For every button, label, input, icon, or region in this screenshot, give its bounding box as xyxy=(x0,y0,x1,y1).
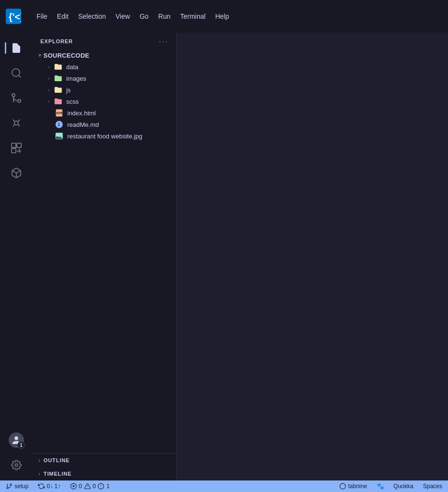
titlebar: {'<}'} File Edit Selection View Go Run T… xyxy=(0,0,448,33)
svg-point-6 xyxy=(14,121,18,125)
file-html-icon: HTML xyxy=(55,109,64,117)
avatar-badge: 1 xyxy=(17,441,25,449)
status-quokka[interactable]: Quokka xyxy=(392,480,415,492)
status-spaces[interactable]: Spaces xyxy=(421,480,444,492)
svg-rect-8 xyxy=(17,143,21,148)
folder-scss-chevron-icon: › xyxy=(48,98,50,104)
svg-rect-7 xyxy=(12,143,16,148)
svg-line-3 xyxy=(19,75,21,77)
tabnine-label: tabnine xyxy=(348,483,367,490)
folder-js-icon xyxy=(54,86,63,94)
settings-icon[interactable] xyxy=(5,454,28,477)
file-readme-md-label: readMe.md xyxy=(67,121,173,128)
svg-point-29 xyxy=(340,483,346,489)
error-icon xyxy=(70,483,77,490)
root-folder-name: SOURCECODE xyxy=(43,52,89,59)
status-branch[interactable]: setup xyxy=(4,480,30,492)
sidebar: EXPLORER ··· ▾ SOURCECODE › data xyxy=(33,33,177,480)
status-quokka-paw[interactable]: 🐾 xyxy=(375,480,386,492)
folder-data-label: data xyxy=(66,63,173,71)
activity-bar: 1 xyxy=(0,33,33,480)
timeline-chevron-icon: › xyxy=(38,471,41,477)
status-tabnine[interactable]: tabnine xyxy=(337,480,369,492)
warning-icon xyxy=(84,483,91,490)
activity-search[interactable] xyxy=(5,62,28,85)
svg-point-2 xyxy=(12,69,20,76)
menu-file[interactable]: File xyxy=(33,11,51,22)
folder-data-chevron-icon: › xyxy=(48,64,50,70)
git-branch-icon xyxy=(6,483,12,490)
status-errors[interactable]: 0 0 1 xyxy=(68,480,112,492)
avatar-button[interactable]: 1 xyxy=(5,429,28,452)
file-restaurant-jpg-label: restaurant food website.jpg xyxy=(67,133,173,140)
menu-bar: File Edit Selection View Go Run Terminal… xyxy=(33,11,233,22)
menu-run[interactable]: Run xyxy=(154,11,174,22)
activity-package[interactable] xyxy=(5,161,28,184)
info-count: 1 xyxy=(106,483,110,490)
svg-text:HTML: HTML xyxy=(56,111,63,115)
statusbar: setup 0↓ 1↑ 0 0 1 xyxy=(0,480,448,492)
menu-selection[interactable]: Selection xyxy=(75,11,110,22)
editor-area xyxy=(177,33,448,480)
folder-data-icon xyxy=(54,62,63,71)
status-sync[interactable]: 0↓ 1↑ xyxy=(36,480,62,492)
branch-name: setup xyxy=(14,483,28,490)
spaces-label: Spaces xyxy=(423,483,442,490)
folder-images-icon xyxy=(54,74,63,83)
menu-edit[interactable]: Edit xyxy=(53,11,73,22)
file-restaurant-jpg[interactable]: restaurant food website.jpg xyxy=(33,130,176,142)
explorer-more-button[interactable]: ··· xyxy=(159,37,169,47)
root-chevron-icon: ▾ xyxy=(38,52,41,59)
folder-images[interactable]: › images xyxy=(33,73,176,84)
file-index-html[interactable]: HTML index.html xyxy=(33,107,176,119)
file-index-html-label: index.html xyxy=(67,110,173,117)
folder-images-chevron-icon: › xyxy=(48,75,50,81)
main-area: 1 EXPLORER ··· ▾ SOURCECODE › xyxy=(0,33,448,480)
outline-label: OUTLINE xyxy=(44,457,70,463)
activity-extensions[interactable] xyxy=(5,136,28,160)
menu-view[interactable]: View xyxy=(112,11,134,22)
sync-count: 0↓ 1↑ xyxy=(47,483,61,490)
vscode-logo: {'<}'} xyxy=(6,9,21,24)
folder-js[interactable]: › js xyxy=(33,84,176,96)
file-md-icon: i xyxy=(55,120,64,129)
sidebar-bottom-panels: › OUTLINE › TIMELINE xyxy=(33,453,176,480)
svg-text:{'<}'}: {'<}'} xyxy=(9,12,21,22)
svg-rect-9 xyxy=(12,148,16,153)
activity-git[interactable] xyxy=(5,86,28,110)
quokka-label: Quokka xyxy=(394,483,413,490)
folder-js-label: js xyxy=(66,86,173,94)
svg-point-5 xyxy=(12,94,15,97)
folder-scss-label: scss xyxy=(66,98,173,105)
folder-js-chevron-icon: › xyxy=(48,87,50,93)
folder-data[interactable]: › data xyxy=(33,61,176,73)
info-icon xyxy=(98,483,104,490)
menu-help[interactable]: Help xyxy=(212,11,233,22)
svg-text:i: i xyxy=(58,122,60,127)
file-readme-md[interactable]: i readMe.md xyxy=(33,119,176,130)
outline-panel-header[interactable]: › OUTLINE xyxy=(33,454,176,467)
folder-images-label: images xyxy=(66,75,173,82)
menu-go[interactable]: Go xyxy=(136,11,152,22)
explorer-header: EXPLORER ··· xyxy=(33,33,176,50)
warning-count: 0 xyxy=(93,483,96,490)
svg-point-19 xyxy=(10,484,12,486)
svg-point-4 xyxy=(18,99,21,102)
folder-scss[interactable]: › scss xyxy=(33,96,176,107)
sync-icon xyxy=(38,483,45,490)
svg-point-20 xyxy=(7,487,9,489)
folder-scss-icon xyxy=(54,97,63,106)
timeline-panel-header[interactable]: › TIMELINE xyxy=(33,467,176,480)
activity-files[interactable] xyxy=(5,37,28,60)
explorer-title: EXPLORER xyxy=(40,38,73,44)
svg-point-11 xyxy=(15,464,18,467)
svg-point-17 xyxy=(57,134,59,135)
root-folder[interactable]: ▾ SOURCECODE xyxy=(33,50,176,61)
error-count: 0 xyxy=(79,483,82,490)
file-tree: ▾ SOURCECODE › data › xyxy=(33,50,176,453)
menu-terminal[interactable]: Terminal xyxy=(176,11,210,22)
tabnine-icon xyxy=(339,483,346,490)
file-jpg-icon xyxy=(55,132,64,140)
timeline-label: TIMELINE xyxy=(44,471,72,477)
activity-debug[interactable] xyxy=(5,111,28,135)
